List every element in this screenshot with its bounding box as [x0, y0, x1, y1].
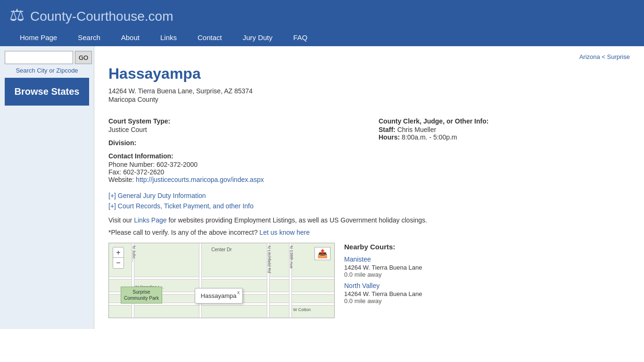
website-label: Website: [108, 176, 134, 183]
jury-duty-link[interactable]: [+] General Jury Duty Information [108, 192, 630, 199]
details-grid: Court System Type: Justice Court Divisio… [108, 112, 630, 183]
staff-value: Chris Mueller [397, 126, 436, 133]
map-popup-label: Hassayampa [201, 292, 237, 299]
nav-home[interactable]: Home Page [9, 29, 67, 46]
breadcrumb-separator: < [602, 53, 607, 60]
phone-value: 602-372-2000 [157, 161, 198, 168]
links-section: [+] General Jury Duty Information [+] Co… [108, 192, 630, 210]
breadcrumb-state[interactable]: Arizona [579, 53, 600, 60]
search-box-wrapper: GO [5, 51, 89, 64]
nav-links[interactable]: Links [150, 29, 187, 46]
breadcrumb: Arizona < Surprise [108, 53, 630, 60]
court-address: 14264 W. Tierra Buena Lane, Surprise, AZ… [108, 87, 630, 95]
website-line: Website: http://justicecourts.maricopa.g… [108, 176, 360, 183]
header: ⚖ County-Courthouse.com Home Page Search… [0, 0, 644, 46]
bottom-section: Center Dr N Litchfield Rd N 138th Ave W … [108, 243, 630, 318]
contact-label: Contact Information: [108, 152, 360, 160]
road-v1 [199, 243, 202, 318]
road-center-label: Center Dr [211, 247, 231, 252]
logo-main: County-Courthouse [30, 9, 145, 24]
scales-icon: ⚖ [9, 5, 25, 25]
logo-text: County-Courthouse.com [30, 5, 173, 25]
hours-label: Hours: [379, 133, 400, 141]
nav-contact[interactable]: Contact [187, 29, 232, 46]
map-zoom-in-button[interactable]: + [113, 247, 124, 258]
map-background: Center Dr N Litchfield Rd N 138th Ave W … [109, 243, 334, 318]
nearby-courts-title: Nearby Courts: [344, 243, 630, 251]
nearby-court-1-distance: 0.0 mile away [344, 297, 630, 304]
go-button[interactable]: GO [75, 51, 92, 64]
visit-text: Visit our Links Page for websites provid… [108, 216, 630, 224]
sidebar: GO Search City or Zipcode Browse States [0, 46, 94, 329]
phone-label: Phone Number: [108, 161, 155, 168]
fax-line: Fax: 602-372-2620 [108, 168, 360, 176]
map-zoom-controls: + − [113, 247, 124, 269]
road-h1 [109, 277, 334, 280]
website-link[interactable]: http://justicecourts.maricopa.gov/index.… [136, 176, 264, 183]
fax-label: Fax: [108, 168, 121, 176]
nav-faq[interactable]: FAQ [283, 29, 318, 46]
court-system-label: Court System Type: [108, 117, 360, 125]
division-label: Division: [108, 139, 360, 147]
court-system-value: Justice Court [108, 126, 360, 133]
map-export-button[interactable]: 📤 [314, 247, 330, 260]
road-cotton-label: W Cotton [293, 307, 311, 312]
nearby-courts: Nearby Courts: Manistee 14264 W. Tierra … [344, 243, 630, 318]
verify-text: *Please call to verify. Is any of the ab… [108, 229, 630, 236]
let-us-know-link[interactable]: Let us know here [259, 229, 310, 236]
fax-value: 602-372-2620 [123, 168, 164, 176]
nav-search[interactable]: Search [67, 29, 111, 46]
hours-line: Hours: 8:00a.m. - 5:00p.m [379, 133, 630, 141]
logo-suffix: .com [145, 9, 173, 24]
phone-line: Phone Number: 602-372-2000 [108, 161, 360, 168]
right-col-label: County Clerk, Judge, or Other Info: [379, 117, 630, 125]
court-title: Hassayampa [108, 65, 630, 82]
map-popup-close[interactable]: x [237, 289, 240, 295]
links-page-link[interactable]: Links Page [134, 216, 166, 224]
visit-suffix: for websites providing Employment Listin… [167, 216, 427, 224]
map-container[interactable]: Center Dr N Litchfield Rd N 138th Ave W … [108, 243, 335, 318]
staff-label: Staff: [379, 126, 396, 133]
road-left-label: N Julio... [132, 246, 136, 262]
nav-jury-duty[interactable]: Jury Duty [232, 29, 283, 46]
court-records-link[interactable]: [+] Court Records, Ticket Payment, and o… [108, 202, 630, 210]
nearby-court-0-name[interactable]: Manistee [344, 255, 630, 263]
visit-prefix: Visit our [108, 216, 134, 224]
hours-value: 8:00a.m. - 5:00p.m [402, 133, 457, 141]
staff-line: Staff: Chris Mueller [379, 126, 630, 133]
nearby-court-0-address: 14264 W. Tierra Buena Lane [344, 264, 630, 271]
search-input[interactable] [5, 51, 73, 64]
main-nav: Home Page Search About Links Contact Jur… [9, 29, 635, 46]
nav-about[interactable]: About [111, 29, 150, 46]
road-n138th-label: N 138th Ave [289, 246, 294, 269]
map-zoom-out-button[interactable]: − [113, 258, 124, 268]
main-content: Arizona < Surprise Hassayampa 14264 W. T… [94, 46, 644, 329]
court-county: Maricopa County [108, 96, 630, 103]
right-column: County Clerk, Judge, or Other Info: Staf… [379, 112, 630, 183]
surprise-park: SurpriseCommunity Park [121, 287, 162, 304]
nearby-court-1-name[interactable]: North Valley [344, 282, 630, 289]
nearby-court-1-address: 14264 W. Tierra Buena Lane [344, 290, 630, 297]
nearby-court-0-distance: 0.0 mile away [344, 271, 630, 278]
browse-states-button[interactable]: Browse States [5, 78, 89, 106]
road-litchfield-label: N Litchfield Rd [267, 246, 272, 273]
left-column: Court System Type: Justice Court Divisio… [108, 112, 360, 183]
search-label: Search City or Zipcode [5, 67, 89, 74]
verify-prefix: *Please call to verify. Is any of the ab… [108, 229, 259, 236]
content-wrapper: GO Search City or Zipcode Browse States … [0, 46, 644, 329]
breadcrumb-city[interactable]: Surprise [607, 53, 630, 60]
map-popup: x Hassayampa [195, 288, 243, 304]
logo-row: ⚖ County-Courthouse.com [9, 5, 635, 29]
